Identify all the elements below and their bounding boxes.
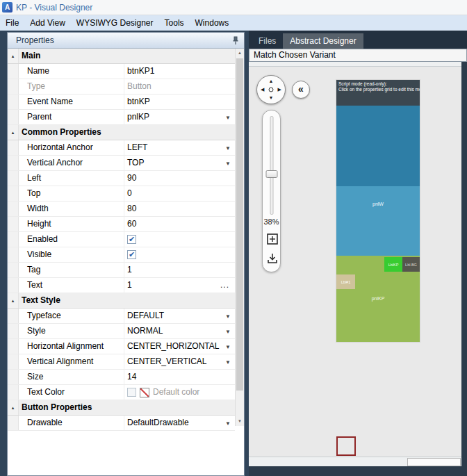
color-swatch[interactable] bbox=[140, 388, 149, 397]
fit-to-screen-button[interactable] bbox=[265, 231, 279, 246]
property-row-width: Width80 bbox=[8, 202, 235, 217]
property-value-cell[interactable]: 60 bbox=[124, 217, 235, 231]
phone-preview[interactable]: Script mode (read-only): Click on the pr… bbox=[336, 80, 420, 342]
property-name: Top bbox=[19, 186, 124, 201]
property-name: Name bbox=[19, 64, 124, 79]
property-name: Height bbox=[19, 217, 124, 231]
dropdown-arrow-icon[interactable]: ▼ bbox=[225, 420, 231, 426]
property-value-cell[interactable]: 14 bbox=[124, 370, 235, 384]
property-row-parent: ParentpnlKP▼ bbox=[8, 110, 235, 125]
properties-panel-header[interactable]: Properties bbox=[8, 33, 244, 49]
canvas-horizontal-scrollbar-top[interactable] bbox=[249, 62, 461, 67]
property-value-cell[interactable]: DEFAULT▼ bbox=[124, 309, 235, 323]
design-canvas[interactable]: ▲ ▼ ◀ ▶ « 38% bbox=[249, 67, 461, 457]
section-header-text-style[interactable]: ▴Text Style bbox=[8, 293, 235, 309]
property-value-cell[interactable]: CENTER_HORIZONTAL▼ bbox=[124, 339, 235, 354]
preview-panel-pnlw[interactable]: pnlW bbox=[336, 186, 420, 256]
preview-button-lbl-1-2[interactable]: Lbl#1 bbox=[336, 274, 355, 289]
dropdown-arrow-icon[interactable]: ▼ bbox=[225, 359, 231, 365]
dropdown-arrow-icon[interactable]: ▼ bbox=[225, 114, 231, 120]
property-value-text: CENTER_VERTICAL bbox=[127, 354, 206, 369]
property-value-cell[interactable]: LEFT▼ bbox=[124, 140, 235, 155]
ellipsis-button[interactable]: ... bbox=[220, 279, 229, 289]
dropdown-arrow-icon[interactable]: ▼ bbox=[225, 160, 231, 166]
property-value-cell[interactable]: TOP▼ bbox=[124, 156, 235, 170]
dropdown-arrow-icon[interactable]: ▼ bbox=[225, 313, 231, 319]
property-value-cell[interactable]: 1 bbox=[124, 263, 235, 277]
pan-left-arrow-icon[interactable]: ◀ bbox=[261, 87, 264, 92]
property-value-cell[interactable]: 0 bbox=[124, 186, 235, 201]
zoom-slider-thumb[interactable] bbox=[265, 170, 277, 178]
scroll-up-arrow-icon[interactable]: ▲ bbox=[236, 49, 244, 58]
property-row-visible: Visible✔ bbox=[8, 247, 235, 263]
preview-panel-top[interactable] bbox=[336, 106, 420, 186]
property-value-cell[interactable]: btnKP1 bbox=[124, 64, 235, 79]
dropdown-arrow-icon[interactable]: ▼ bbox=[225, 145, 231, 151]
tab-files[interactable]: Files bbox=[252, 33, 283, 49]
property-value-cell[interactable]: DefaultDrawable▼ bbox=[124, 416, 235, 430]
property-value-cell[interactable]: ✔ bbox=[124, 247, 235, 262]
property-value-text: 0 bbox=[127, 186, 132, 201]
property-name: Drawable bbox=[19, 416, 124, 430]
scrollbar-thumb[interactable] bbox=[236, 58, 243, 391]
menu-tools[interactable]: Tools bbox=[159, 15, 190, 31]
horizontal-scrollbar-thumb[interactable] bbox=[407, 458, 461, 466]
property-value-text: LEFT bbox=[127, 140, 147, 155]
property-value-cell[interactable]: pnlKP▼ bbox=[124, 110, 235, 124]
match-chosen-variant-button[interactable]: Match Chosen Variant bbox=[249, 49, 467, 62]
menu-wysiwyg-designer[interactable]: WYSIWYG Designer bbox=[71, 15, 159, 31]
row-margin bbox=[8, 263, 19, 277]
row-margin bbox=[8, 354, 19, 369]
menu-file[interactable]: File bbox=[0, 15, 24, 31]
property-row-top: Top0 bbox=[8, 186, 235, 202]
property-value-cell[interactable]: CENTER_VERTICAL▼ bbox=[124, 354, 235, 369]
property-value-cell[interactable]: 80 bbox=[124, 202, 235, 216]
property-value-cell[interactable]: 1... bbox=[124, 278, 235, 293]
selection-rectangle[interactable] bbox=[336, 436, 356, 456]
pan-up-arrow-icon[interactable]: ▲ bbox=[269, 79, 274, 84]
property-name: Vertical Alignment bbox=[19, 354, 124, 369]
property-row-horizontal-alignment: Horizontal AlignmentCENTER_HORIZONTAL▼ bbox=[8, 339, 235, 354]
property-value-cell[interactable]: ✔ bbox=[124, 232, 235, 247]
property-value-cell[interactable]: Default color bbox=[124, 385, 235, 400]
pan-control[interactable]: ▲ ▼ ◀ ▶ bbox=[256, 75, 286, 104]
collapse-chevron-icon[interactable]: ▴ bbox=[12, 298, 15, 303]
preview-button-lblkp-0[interactable]: LblKP bbox=[384, 257, 402, 272]
scroll-down-arrow-icon[interactable]: ▼ bbox=[236, 417, 244, 426]
property-row-event-name: Event NamebtnKP bbox=[8, 95, 235, 110]
section-header-common-properties[interactable]: ▴Common Properties bbox=[8, 125, 235, 140]
section-header-button-properties[interactable]: ▴Button Properties bbox=[8, 400, 235, 416]
checkbox[interactable]: ✔ bbox=[127, 235, 136, 244]
collapse-tools-button[interactable]: « bbox=[292, 81, 310, 99]
dropdown-arrow-icon[interactable]: ▼ bbox=[225, 343, 231, 350]
collapse-chevron-icon[interactable]: ▴ bbox=[12, 54, 15, 58]
pan-right-arrow-icon[interactable]: ▶ bbox=[278, 87, 281, 92]
save-image-button[interactable] bbox=[265, 251, 279, 265]
collapse-chevron-icon[interactable]: ▴ bbox=[12, 405, 15, 410]
property-name: Vertical Anchor bbox=[19, 156, 124, 170]
fit-to-screen-icon bbox=[265, 232, 279, 246]
dropdown-arrow-icon[interactable]: ▼ bbox=[225, 328, 231, 334]
properties-vertical-scrollbar[interactable]: ▲ ▼ bbox=[235, 49, 244, 426]
collapse-chevron-icon[interactable]: ▴ bbox=[12, 130, 15, 135]
zoom-slider-track[interactable] bbox=[270, 116, 273, 215]
check-icon: ✔ bbox=[129, 251, 135, 258]
section-header-main[interactable]: ▴Main bbox=[8, 49, 235, 64]
pin-icon[interactable] bbox=[232, 36, 239, 45]
tab-abstract-designer[interactable]: Abstract Designer bbox=[283, 33, 363, 49]
pan-down-arrow-icon[interactable]: ▼ bbox=[269, 95, 274, 101]
property-name: Size bbox=[19, 370, 124, 384]
property-value-cell[interactable]: btnKP bbox=[124, 95, 235, 109]
menu-add-view[interactable]: Add View bbox=[24, 15, 70, 31]
color-checkbox[interactable] bbox=[127, 388, 136, 397]
property-value-cell[interactable]: 90 bbox=[124, 171, 235, 186]
property-value-cell[interactable]: NORMAL▼ bbox=[124, 324, 235, 338]
property-value-text: 60 bbox=[127, 217, 136, 231]
canvas-horizontal-scrollbar[interactable] bbox=[249, 457, 461, 466]
menu-windows[interactable]: Windows bbox=[190, 15, 235, 31]
checkbox[interactable]: ✔ bbox=[127, 250, 136, 259]
pan-center-icon[interactable] bbox=[269, 88, 274, 92]
preview-button-lbl-bg-1[interactable]: Lbl.BG bbox=[402, 257, 420, 272]
notice-line-2: Click on the properties grid to edit thi… bbox=[338, 87, 418, 92]
property-value-cell[interactable]: Button bbox=[124, 79, 235, 94]
